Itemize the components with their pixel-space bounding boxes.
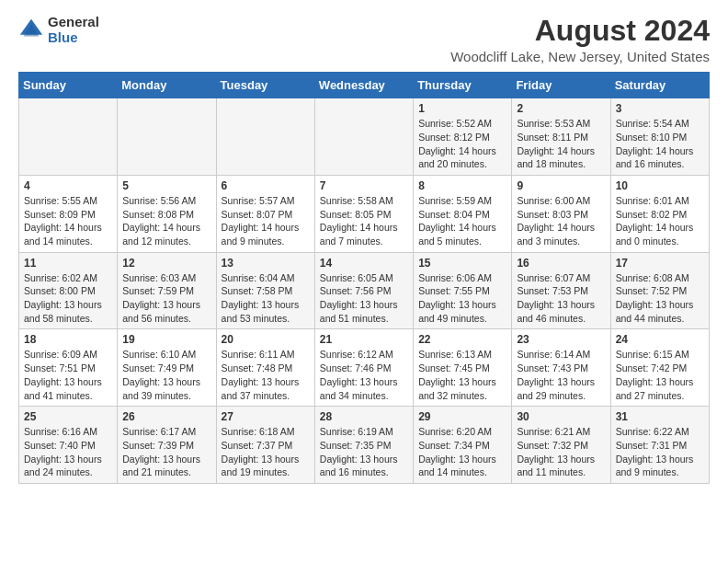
cell-content: Sunrise: 6:14 AM Sunset: 7:43 PM Dayligh…	[517, 348, 605, 402]
day-number: 4	[24, 179, 112, 192]
day-number: 17	[616, 257, 704, 270]
weekday-saturday: Saturday	[610, 73, 709, 98]
cell-content: Sunrise: 5:57 AM Sunset: 8:07 PM Dayligh…	[222, 194, 310, 248]
day-number: 11	[24, 257, 112, 270]
cell-content: Sunrise: 6:16 AM Sunset: 7:40 PM Dayligh…	[24, 425, 112, 479]
calendar-cell-1-1: 5Sunrise: 5:56 AM Sunset: 8:08 PM Daylig…	[118, 175, 216, 252]
calendar-cell-2-3: 14Sunrise: 6:05 AM Sunset: 7:56 PM Dayli…	[314, 252, 413, 329]
day-number: 18	[24, 333, 112, 346]
cell-content: Sunrise: 6:10 AM Sunset: 7:49 PM Dayligh…	[122, 348, 210, 402]
cell-content: Sunrise: 6:20 AM Sunset: 7:34 PM Dayligh…	[418, 425, 506, 479]
cell-content: Sunrise: 6:01 AM Sunset: 8:02 PM Dayligh…	[616, 194, 704, 248]
cell-content: Sunrise: 6:19 AM Sunset: 7:35 PM Dayligh…	[320, 425, 408, 479]
cell-content: Sunrise: 6:12 AM Sunset: 7:46 PM Dayligh…	[320, 348, 408, 402]
calendar-cell-2-5: 16Sunrise: 6:07 AM Sunset: 7:53 PM Dayli…	[512, 252, 610, 329]
calendar-cell-0-6: 3Sunrise: 5:54 AM Sunset: 8:10 PM Daylig…	[610, 98, 709, 176]
weekday-thursday: Thursday	[414, 73, 512, 98]
cell-content: Sunrise: 6:02 AM Sunset: 8:00 PM Dayligh…	[24, 271, 112, 326]
logo: General Blue	[18, 15, 99, 45]
cell-content: Sunrise: 6:11 AM Sunset: 7:48 PM Dayligh…	[222, 348, 310, 402]
cell-content: Sunrise: 5:58 AM Sunset: 8:05 PM Dayligh…	[320, 194, 408, 248]
logo-icon	[18, 17, 44, 43]
cell-content: Sunrise: 6:05 AM Sunset: 7:56 PM Dayligh…	[320, 271, 408, 326]
calendar-cell-0-1	[118, 98, 216, 176]
cell-content: Sunrise: 6:22 AM Sunset: 7:31 PM Dayligh…	[616, 425, 704, 479]
day-number: 9	[517, 179, 605, 192]
day-number: 13	[222, 257, 310, 270]
day-number: 14	[320, 257, 408, 270]
calendar-cell-3-2: 20Sunrise: 6:11 AM Sunset: 7:48 PM Dayli…	[216, 329, 314, 407]
day-number: 30	[517, 410, 605, 423]
day-number: 10	[616, 179, 704, 192]
weekday-sunday: Sunday	[19, 73, 118, 98]
cell-content: Sunrise: 6:06 AM Sunset: 7:55 PM Dayligh…	[418, 271, 506, 326]
day-number: 27	[222, 410, 310, 423]
week-row-2: 4Sunrise: 5:55 AM Sunset: 8:09 PM Daylig…	[19, 175, 710, 252]
calendar-cell-1-2: 6Sunrise: 5:57 AM Sunset: 8:07 PM Daylig…	[216, 175, 314, 252]
cell-content: Sunrise: 6:13 AM Sunset: 7:45 PM Dayligh…	[418, 348, 506, 402]
cell-content: Sunrise: 6:18 AM Sunset: 7:37 PM Dayligh…	[222, 425, 310, 479]
logo-blue: Blue	[48, 30, 99, 46]
calendar-cell-3-5: 23Sunrise: 6:14 AM Sunset: 7:43 PM Dayli…	[512, 329, 610, 407]
calendar-cell-1-6: 10Sunrise: 6:01 AM Sunset: 8:02 PM Dayli…	[610, 175, 709, 252]
calendar-cell-1-4: 8Sunrise: 5:59 AM Sunset: 8:04 PM Daylig…	[414, 175, 512, 252]
day-number: 22	[418, 333, 506, 346]
cell-content: Sunrise: 6:15 AM Sunset: 7:42 PM Dayligh…	[616, 348, 704, 402]
day-number: 12	[122, 257, 210, 270]
cell-content: Sunrise: 5:54 AM Sunset: 8:10 PM Dayligh…	[616, 117, 704, 171]
day-number: 5	[122, 179, 210, 192]
title-block: August 2024 Woodcliff Lake, New Jersey, …	[450, 15, 710, 64]
week-row-3: 11Sunrise: 6:02 AM Sunset: 8:00 PM Dayli…	[19, 252, 710, 329]
day-number: 3	[616, 102, 704, 115]
cell-content: Sunrise: 5:55 AM Sunset: 8:09 PM Dayligh…	[24, 194, 112, 248]
weekday-friday: Friday	[512, 73, 610, 98]
calendar-cell-4-4: 29Sunrise: 6:20 AM Sunset: 7:34 PM Dayli…	[414, 407, 512, 484]
day-number: 26	[122, 410, 210, 423]
cell-content: Sunrise: 5:53 AM Sunset: 8:11 PM Dayligh…	[517, 117, 605, 171]
day-number: 1	[418, 102, 506, 115]
calendar-cell-4-5: 30Sunrise: 6:21 AM Sunset: 7:32 PM Dayli…	[512, 407, 610, 484]
day-number: 6	[222, 179, 310, 192]
calendar-cell-4-0: 25Sunrise: 6:16 AM Sunset: 7:40 PM Dayli…	[19, 407, 118, 484]
calendar-cell-2-2: 13Sunrise: 6:04 AM Sunset: 7:58 PM Dayli…	[216, 252, 314, 329]
page-header: General Blue August 2024 Woodcliff Lake,…	[18, 15, 710, 64]
day-number: 25	[24, 410, 112, 423]
weekday-wednesday: Wednesday	[314, 73, 413, 98]
day-number: 20	[222, 333, 310, 346]
main-title: August 2024	[450, 15, 710, 47]
calendar-cell-2-4: 15Sunrise: 6:06 AM Sunset: 7:55 PM Dayli…	[414, 252, 512, 329]
day-number: 8	[418, 179, 506, 192]
day-number: 19	[122, 333, 210, 346]
week-row-4: 18Sunrise: 6:09 AM Sunset: 7:51 PM Dayli…	[19, 329, 710, 407]
calendar-cell-0-2	[216, 98, 314, 176]
cell-content: Sunrise: 6:08 AM Sunset: 7:52 PM Dayligh…	[616, 271, 704, 326]
calendar-cell-2-1: 12Sunrise: 6:03 AM Sunset: 7:59 PM Dayli…	[118, 252, 216, 329]
logo-general: General	[48, 15, 99, 30]
day-number: 15	[418, 257, 506, 270]
calendar-cell-1-3: 7Sunrise: 5:58 AM Sunset: 8:05 PM Daylig…	[314, 175, 413, 252]
day-number: 21	[320, 333, 408, 346]
calendar-cell-2-0: 11Sunrise: 6:02 AM Sunset: 8:00 PM Dayli…	[19, 252, 118, 329]
cell-content: Sunrise: 6:03 AM Sunset: 7:59 PM Dayligh…	[122, 271, 210, 326]
week-row-5: 25Sunrise: 6:16 AM Sunset: 7:40 PM Dayli…	[19, 407, 710, 484]
calendar-cell-2-6: 17Sunrise: 6:08 AM Sunset: 7:52 PM Dayli…	[610, 252, 709, 329]
calendar-cell-0-4: 1Sunrise: 5:52 AM Sunset: 8:12 PM Daylig…	[414, 98, 512, 176]
weekday-tuesday: Tuesday	[216, 73, 314, 98]
calendar-header: SundayMondayTuesdayWednesdayThursdayFrid…	[19, 73, 710, 98]
calendar-cell-3-4: 22Sunrise: 6:13 AM Sunset: 7:45 PM Dayli…	[414, 329, 512, 407]
calendar-cell-0-5: 2Sunrise: 5:53 AM Sunset: 8:11 PM Daylig…	[512, 98, 610, 176]
calendar-cell-1-5: 9Sunrise: 6:00 AM Sunset: 8:03 PM Daylig…	[512, 175, 610, 252]
cell-content: Sunrise: 6:04 AM Sunset: 7:58 PM Dayligh…	[222, 271, 310, 326]
week-row-1: 1Sunrise: 5:52 AM Sunset: 8:12 PM Daylig…	[19, 98, 710, 176]
calendar-cell-3-0: 18Sunrise: 6:09 AM Sunset: 7:51 PM Dayli…	[19, 329, 118, 407]
logo-text: General Blue	[48, 15, 99, 45]
weekday-row: SundayMondayTuesdayWednesdayThursdayFrid…	[19, 73, 710, 98]
day-number: 23	[517, 333, 605, 346]
weekday-monday: Monday	[118, 73, 216, 98]
calendar-cell-4-1: 26Sunrise: 6:17 AM Sunset: 7:39 PM Dayli…	[118, 407, 216, 484]
calendar-body: 1Sunrise: 5:52 AM Sunset: 8:12 PM Daylig…	[19, 98, 710, 484]
cell-content: Sunrise: 6:09 AM Sunset: 7:51 PM Dayligh…	[24, 348, 112, 402]
day-number: 2	[517, 102, 605, 115]
calendar-table: SundayMondayTuesdayWednesdayThursdayFrid…	[18, 72, 710, 484]
cell-content: Sunrise: 6:00 AM Sunset: 8:03 PM Dayligh…	[517, 194, 605, 248]
